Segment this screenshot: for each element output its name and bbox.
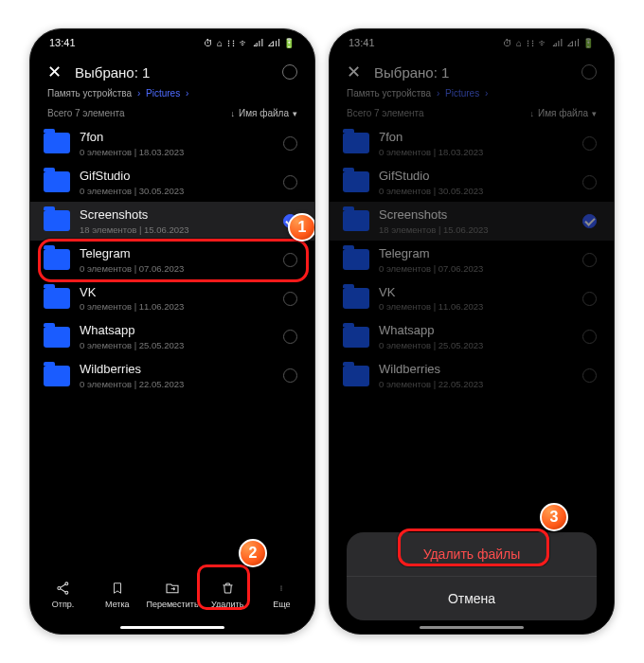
breadcrumb-root[interactable]: Память устройства [47, 88, 132, 99]
folder-meta: 18 элементов | 15.06.2023 [80, 224, 274, 235]
delete-files-option[interactable]: Удалить файлы [347, 532, 597, 576]
selection-header: ✕ Выбрано: 1 [30, 56, 314, 84]
status-indicators: ⏱ ⌂ ⋮⋮ ᯤ ⊿ıl ⊿ıl 🔋 [204, 38, 295, 48]
selection-title: Выбрано: 1 [75, 64, 269, 81]
breadcrumb[interactable]: Память устройства › Pictures › [30, 84, 314, 100]
select-radio[interactable] [283, 330, 297, 344]
more-icon [278, 580, 284, 597]
folder-icon [44, 171, 70, 192]
select-radio[interactable] [283, 136, 297, 151]
folder-icon [44, 210, 70, 231]
folder-row[interactable]: Whatsapp0 элементов | 25.05.2023 [30, 317, 314, 356]
clock: 13:41 [49, 37, 76, 48]
move-button[interactable]: Переместить [144, 576, 200, 613]
folder-row[interactable]: 7fon0 элементов | 18.03.2023 [30, 124, 314, 163]
folder-list-left[interactable]: 7fon0 элементов | 18.03.2023GifStudio0 э… [30, 124, 314, 562]
close-icon[interactable]: ✕ [47, 63, 62, 81]
folder-icon [44, 133, 70, 153]
select-radio[interactable] [283, 214, 297, 228]
folder-name: Whatsapp [80, 323, 274, 339]
folder-icon [44, 366, 70, 386]
folder-name: VK [80, 285, 274, 301]
folder-name: Telegram [80, 246, 274, 262]
move-icon [164, 580, 181, 597]
folder-row[interactable]: Wildberries0 элементов | 22.05.2023 [30, 356, 314, 395]
folder-meta: 0 элементов | 18.03.2023 [80, 147, 274, 157]
share-icon [56, 580, 71, 597]
folder-text: GifStudio0 элементов | 30.05.2023 [80, 169, 274, 196]
folder-meta: 0 элементов | 11.06.2023 [80, 301, 274, 312]
folder-name: 7fon [80, 130, 274, 146]
svg-point-0 [57, 587, 60, 590]
svg-line-4 [60, 589, 64, 592]
select-all-toggle[interactable] [282, 64, 297, 80]
item-count: Всего 7 элемента [47, 108, 125, 118]
delete-button[interactable]: Удалить [201, 576, 255, 613]
status-bar: 13:41 ⏱ ⌂ ⋮⋮ ᯤ ⊿ıl ⊿ıl 🔋 [30, 29, 314, 56]
folder-name: GifStudio [80, 169, 274, 185]
svg-point-6 [281, 588, 282, 589]
phone-left: 13:41 ⏱ ⌂ ⋮⋮ ᯤ ⊿ıl ⊿ıl 🔋 ✕ Выбрано: 1 Па… [29, 28, 315, 635]
send-button[interactable]: Отпр. [36, 576, 90, 613]
home-indicator[interactable] [30, 620, 314, 634]
bottom-action-bar: Отпр. Метка Переместить Удалить Еще [30, 562, 314, 620]
svg-line-3 [60, 584, 64, 587]
svg-point-2 [64, 591, 67, 594]
more-button[interactable]: Еще [255, 576, 309, 613]
dialog-scrim[interactable]: Удалить файлы Отмена [330, 29, 614, 634]
delete-dialog: Удалить файлы Отмена [347, 532, 597, 620]
tag-button[interactable]: Метка [90, 576, 144, 613]
folder-row[interactable]: GifStudio0 элементов | 30.05.2023 [30, 163, 314, 202]
folder-icon [44, 249, 70, 270]
select-radio[interactable] [283, 253, 297, 267]
folder-row[interactable]: Screenshots18 элементов | 15.06.2023 [30, 202, 314, 241]
chevron-right-icon: › [137, 88, 140, 99]
folder-icon [44, 288, 70, 309]
chevron-down-icon: ▾ [293, 109, 297, 118]
select-radio[interactable] [283, 175, 297, 189]
svg-point-1 [64, 582, 67, 585]
folder-text: 7fon0 элементов | 18.03.2023 [80, 130, 274, 157]
select-radio[interactable] [283, 292, 297, 306]
list-header: Всего 7 элемента ↓ Имя файла ▾ [30, 100, 314, 124]
arrow-down-icon: ↓ [230, 109, 235, 118]
folder-meta: 0 элементов | 22.05.2023 [80, 379, 274, 389]
folder-row[interactable]: Telegram0 элементов | 07.06.2023 [30, 241, 314, 279]
breadcrumb-current[interactable]: Pictures [146, 88, 180, 99]
folder-meta: 0 элементов | 07.06.2023 [80, 263, 274, 274]
folder-text: VK0 элементов | 11.06.2023 [80, 285, 274, 313]
folder-text: Wildberries0 элементов | 22.05.2023 [80, 362, 274, 389]
svg-point-5 [281, 586, 282, 587]
folder-name: Screenshots [80, 207, 274, 224]
folder-text: Whatsapp0 элементов | 25.05.2023 [80, 323, 274, 350]
folder-text: Telegram0 элементов | 07.06.2023 [80, 246, 274, 274]
cancel-option[interactable]: Отмена [347, 577, 597, 620]
sort-button[interactable]: ↓ Имя файла ▾ [230, 108, 297, 118]
folder-icon [44, 327, 70, 348]
sort-label: Имя файла [239, 108, 289, 118]
folder-text: Screenshots18 элементов | 15.06.2023 [80, 207, 274, 235]
chevron-right-icon: › [186, 88, 188, 99]
folder-meta: 0 элементов | 25.05.2023 [80, 340, 274, 350]
svg-point-7 [281, 590, 282, 591]
trash-icon [221, 580, 235, 597]
folder-name: Wildberries [80, 362, 274, 378]
folder-row[interactable]: VK0 элементов | 11.06.2023 [30, 279, 314, 318]
bookmark-icon [111, 580, 124, 597]
select-radio[interactable] [283, 368, 297, 383]
phone-right: 13:41 ⏱ ⌂ ⋮⋮ ᯤ ⊿ıl ⊿ıl 🔋 ✕ Выбрано: 1 Па… [329, 28, 615, 635]
folder-meta: 0 элементов | 30.05.2023 [80, 186, 274, 196]
